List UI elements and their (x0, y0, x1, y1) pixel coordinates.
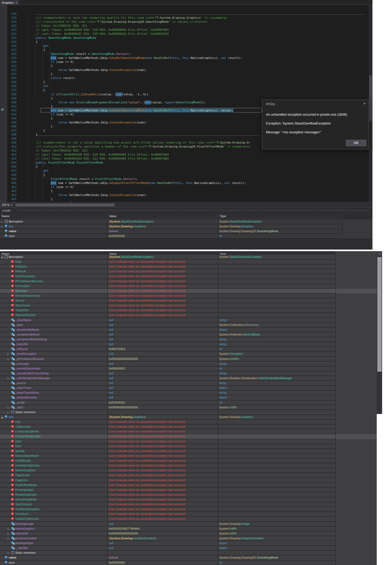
table-row[interactable]: HResultCan't evaluate when an unhandled … (0, 269, 377, 274)
table-row[interactable]: _stackTraceStringnullstring (0, 390, 377, 395)
editor-vertical-scrollbar[interactable] (369, 5, 372, 202)
table-row[interactable]: PrintingHelperCan't evaluate when an unh… (0, 488, 377, 492)
table-row[interactable]: TargetSiteCan't evaluate when an unhandl… (0, 308, 377, 313)
column-header-value[interactable]: Value (108, 213, 218, 219)
table-row[interactable]: ▷_innerExceptionnullSystem.Exception (0, 352, 377, 356)
table-row[interactable]: NativeGraphicsCan't evaluate when an unh… (0, 468, 377, 473)
table-row[interactable]: num0x00000000int (0, 560, 377, 565)
table-row[interactable]: DpiYCan't evaluate when an unhandled exc… (0, 444, 377, 449)
table-row[interactable]: ▷$exception{System.StackOverflowExceptio… (0, 219, 372, 224)
expand-icon[interactable]: ▷ (7, 528, 11, 530)
table-row[interactable]: _exceptionMethodStringnullstring (0, 337, 377, 342)
table-row[interactable]: PageUnitCan't evaluate when an unhandled… (0, 478, 377, 483)
expand-icon[interactable]: ▷ (7, 377, 11, 380)
table-row[interactable]: PageScaleCan't evaluate when an unhandle… (0, 473, 377, 478)
table-row[interactable]: ▷Static members (0, 551, 377, 555)
column-header-name[interactable]: Name (0, 251, 108, 255)
table-row[interactable]: ▷previousContext{System.Drawing.Graphics… (0, 536, 377, 541)
expand-icon[interactable]: ▷ (7, 411, 11, 414)
table-row[interactable]: _stackTracenullobject (0, 386, 377, 390)
table-row[interactable]: DataCan't evaluate when an unhandled exc… (0, 259, 377, 264)
collapse-icon[interactable]: ◢ (1, 256, 5, 258)
ok-button[interactable]: OK (346, 140, 366, 146)
table-row[interactable]: _watsonBucketsnullobject (0, 395, 377, 400)
table-row[interactable]: _datanullSystem.Collections.IDictionary (0, 323, 377, 327)
table-row[interactable]: ClipCan't evaluate when an unhandled exc… (0, 420, 377, 424)
scrollbar-thumb[interactable] (369, 75, 372, 121)
table-row[interactable]: IsVisibleClipEmptyCan't evaluate when an… (0, 463, 377, 468)
table-row[interactable]: HelpLinkCan't evaluate when an unhandled… (0, 264, 377, 269)
expand-icon[interactable]: ▷ (7, 358, 11, 360)
table-row[interactable]: PixelOffsetModeCan't evaluate when an un… (0, 483, 377, 488)
table-row[interactable]: TransformCan't evaluate when an unhandle… (0, 512, 377, 517)
table-row[interactable]: WatsonBucketsCan't evaluate when an unha… (0, 313, 377, 318)
expand-icon[interactable]: ▷ (7, 552, 11, 554)
table-row[interactable]: ▷_safeSerializationManagernullSystem.Run… (0, 376, 377, 381)
table-row[interactable]: ▷Static members (0, 410, 377, 415)
table-row[interactable]: _remoteStackIndex0x00000000int (0, 366, 377, 371)
column-header-value[interactable]: Value (108, 251, 218, 255)
table-row[interactable]: ▷this{System.Drawing.Graphics}System.Dra… (0, 224, 372, 229)
table-row[interactable]: DpiXCan't evaluate when an unhandled exc… (0, 439, 377, 444)
column-header-type[interactable]: Type (218, 251, 336, 255)
table-row[interactable]: ClipBoundsCan't evaluate when an unhandl… (0, 424, 377, 429)
expand-icon[interactable]: ▷ (7, 353, 11, 355)
panel-vertical-scrollbar[interactable]: ▲ (377, 251, 382, 414)
table-row[interactable]: IPForWatsonBucketsCan't evaluate when an… (0, 279, 377, 284)
table-row[interactable]: _remoteStackTraceStringnullstring (0, 371, 377, 376)
breakpoint-margin[interactable] (0, 5, 7, 202)
table-row[interactable]: _messagenullstring (0, 361, 377, 366)
tab-graphics[interactable]: Graphics × (0, 0, 19, 5)
table-row[interactable]: _xcode0xE0434352int (0, 400, 377, 405)
table-row[interactable]: SourceCan't evaluate when an unhandled e… (0, 298, 377, 303)
column-header-name[interactable]: Name (0, 213, 108, 219)
table-row[interactable]: _HResult0x800703E9int (0, 347, 377, 352)
table-row[interactable]: RenderingOriginCan't evaluate when an un… (0, 492, 377, 497)
dialog-close-icon[interactable]: × (363, 101, 366, 106)
editor-horizontal-scrollbar[interactable] (16, 204, 115, 206)
collapse-icon[interactable]: ◢ (1, 416, 5, 419)
table-row[interactable]: TextContrastCan't evaluate when an unhan… (0, 502, 377, 507)
table-row[interactable]: printingHelpernullobject (0, 541, 377, 546)
table-row[interactable]: CompositingQualityCan't evaluate when an… (0, 434, 377, 439)
table-row[interactable]: IsClipEmptyCan't evaluate when an unhand… (0, 458, 377, 463)
editor-zoom-select[interactable]: 100 % ▼ (1, 203, 14, 207)
tab-close-icon[interactable]: × (16, 1, 17, 4)
table-row[interactable]: ◢$exception{System.StackOverflowExceptio… (0, 255, 377, 259)
table-row[interactable]: TextRenderingHintCan't evaluate when an … (0, 507, 377, 512)
column-header-type[interactable]: Type (218, 213, 342, 219)
table-row[interactable]: CompositingModeCan't evaluate when an un… (0, 429, 377, 434)
table-row[interactable]: ▷_ipForWatsonBuckets0x0000000000000000Sy… (0, 357, 377, 361)
table-row[interactable]: StackTraceCan't evaluate when an unhandl… (0, 303, 377, 308)
expand-icon[interactable]: ▷ (1, 221, 5, 223)
scroll-up-icon[interactable]: ▲ (377, 251, 382, 256)
table-row[interactable]: ▷nativeGraphics0x000001DBD77A9440System.… (0, 526, 377, 531)
table-row[interactable]: __identitynullobject (0, 546, 377, 551)
table-row[interactable]: ◢this{System.Drawing.Graphics}System.Dra… (0, 415, 377, 420)
table-row[interactable]: ▷_xptrs0x0000000000000000System.IntPtr (0, 405, 377, 410)
scrollbar-thumb[interactable] (377, 257, 382, 372)
table-row[interactable]: RemoteStackTraceCan't evaluate when an u… (0, 293, 377, 298)
table-row[interactable]: _classNamenullstring (0, 318, 377, 323)
table-row[interactable]: InterpolationModeCan't evaluate when an … (0, 454, 377, 458)
table-row[interactable]: valueDefaultSystem.Drawing.Drawing2D.Smo… (0, 229, 372, 234)
table-row[interactable]: SmoothingModeCan't evaluate when an unha… (0, 497, 377, 502)
expand-icon[interactable]: ▷ (1, 225, 5, 228)
row-filler (336, 371, 377, 376)
expand-icon[interactable]: ▷ (7, 537, 11, 540)
table-row[interactable]: ▷nativeHdc0x0000000000000000System.IntPt… (0, 531, 377, 536)
table-row[interactable]: valueDefaultSystem.Drawing.Drawing2D.Smo… (0, 555, 377, 560)
table-row[interactable]: _exceptionMethodnullSystem.Reflection.Me… (0, 332, 377, 337)
table-row[interactable]: _dynamicMethodsnullobject (0, 327, 377, 332)
table-row[interactable]: InnerExceptionCan't evaluate when an unh… (0, 274, 377, 279)
table-row[interactable]: MessageCan't evaluate when an unhandled … (0, 289, 377, 293)
table-row[interactable]: backingImagenullSystem.Drawing.Image (0, 522, 377, 526)
table-row[interactable]: _sourcenullstring (0, 381, 377, 386)
table-row[interactable]: IdentityCan't evaluate when an unhandled… (0, 449, 377, 454)
expand-icon[interactable]: ▷ (7, 406, 11, 409)
expand-icon[interactable]: ▷ (7, 533, 11, 535)
table-row[interactable]: num0x00000000int (0, 234, 372, 239)
table-row[interactable]: _helpURLnullstring (0, 342, 377, 347)
table-row[interactable]: VisibleClipBoundsCan't evaluate when an … (0, 517, 377, 521)
table-row[interactable]: IsTransientCan't evaluate when an unhand… (0, 284, 377, 289)
